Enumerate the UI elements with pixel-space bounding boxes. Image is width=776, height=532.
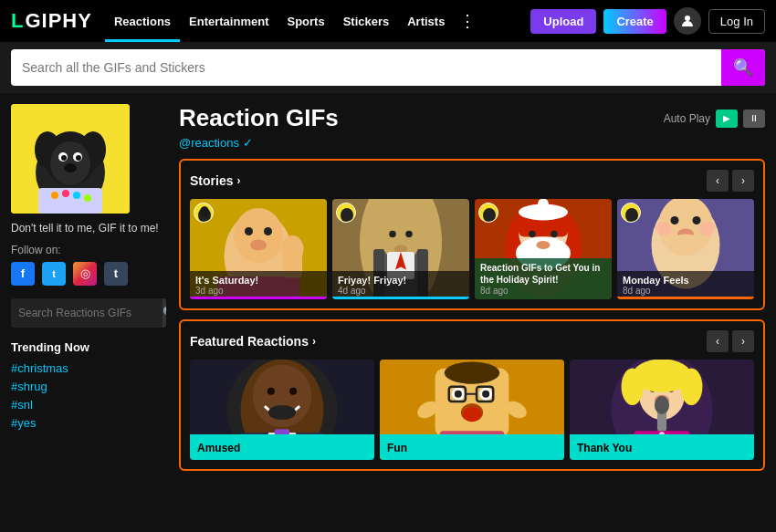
create-button[interactable]: Create	[603, 9, 666, 34]
more-dots[interactable]: ⋮	[454, 11, 481, 31]
featured-nav: ‹ ›	[707, 330, 754, 352]
nav-item-sports[interactable]: Sports	[278, 0, 333, 42]
svg-point-69	[289, 388, 297, 395]
featured-label-3: Thank You	[570, 434, 754, 460]
logo[interactable]: L GIPHY	[11, 9, 92, 33]
sidebar-search-input[interactable]	[11, 307, 163, 319]
content-header: Reaction GIFs Auto Play ▶ ⏸	[179, 104, 765, 132]
channel-avatar	[11, 104, 130, 214]
story-avatar-4	[621, 203, 641, 223]
svg-point-10	[76, 155, 81, 161]
svg-point-13	[51, 192, 58, 199]
svg-point-36	[389, 231, 396, 238]
svg-point-23	[245, 227, 253, 235]
logo-l: L	[11, 9, 23, 33]
story-avatar-1	[194, 203, 214, 223]
svg-point-16	[84, 194, 91, 202]
pause-button[interactable]: ⏸	[743, 110, 765, 128]
svg-point-42	[483, 208, 496, 223]
tag-christmas[interactable]: #christmas	[11, 361, 166, 375]
svg-point-24	[264, 227, 272, 235]
nav-item-artists[interactable]: Artists	[398, 0, 454, 42]
sidebar-search: 🔍	[11, 298, 166, 328]
stories-next[interactable]: ›	[732, 170, 754, 192]
tumblr-icon[interactable]: t	[104, 262, 128, 286]
story-card-3[interactable]: Reaction GIFs to Get You in the Holiday …	[475, 199, 612, 299]
search-bar: 🔍	[11, 49, 765, 86]
svg-point-52	[537, 241, 551, 249]
svg-point-97	[622, 369, 644, 405]
autoplay-label: Auto Play	[664, 112, 710, 125]
stories-grid: It's Saturday! 3d ago	[190, 199, 754, 299]
username[interactable]: @reactions	[179, 136, 239, 150]
sidebar: Don't tell it to me, GIF it to me! Follo…	[11, 104, 166, 471]
story-card-2[interactable]: Friyay! Friyay! 4d ago	[332, 199, 469, 299]
featured-card-1[interactable]: Amused	[190, 360, 374, 460]
follow-label: Follow on:	[11, 244, 166, 256]
story-title-1: It's Saturday!	[195, 275, 321, 286]
story-avatar-3	[478, 203, 498, 223]
featured-prev[interactable]: ‹	[707, 330, 729, 352]
featured-title[interactable]: Featured Reactions ›	[190, 334, 316, 349]
nav-item-entertainment[interactable]: Entertainment	[180, 0, 278, 42]
svg-point-54	[625, 208, 638, 223]
dog-image	[11, 104, 130, 214]
featured-title-3: Thank You	[577, 442, 632, 454]
featured-card-2[interactable]: Fun	[380, 360, 564, 460]
story-label-1: It's Saturday! 3d ago	[190, 271, 327, 299]
story-title-4: Monday Feels	[623, 275, 749, 286]
svg-rect-12	[38, 188, 102, 214]
tag-snl[interactable]: #snl	[11, 398, 166, 412]
content-area: Reaction GIFs Auto Play ▶ ⏸ @reactions ✓…	[179, 104, 765, 471]
featured-card-3[interactable]: Thank You	[570, 360, 754, 460]
story-label-3: Reaction GIFs to Get You in the Holiday …	[475, 258, 612, 299]
tag-shrug[interactable]: #shrug	[11, 380, 166, 393]
svg-point-85	[463, 407, 481, 422]
svg-point-63	[699, 222, 716, 235]
svg-point-25	[250, 240, 267, 251]
svg-point-0	[685, 16, 690, 21]
header: L GIPHY Reactions Entertainment Sports S…	[0, 0, 776, 42]
story-time-4: 8d ago	[623, 286, 749, 296]
search-bar-wrapper: 🔍	[0, 42, 776, 93]
story-avatar-2	[336, 203, 356, 223]
featured-label-2: Fun	[380, 434, 564, 460]
twitter-icon[interactable]: t	[42, 262, 66, 286]
trending-label: Trending Now	[11, 340, 166, 354]
featured-label-1: Amused	[190, 434, 374, 460]
sidebar-tagline: Don't tell it to me, GIF it to me!	[11, 221, 166, 236]
instagram-icon[interactable]: ◎	[73, 262, 97, 286]
upload-button[interactable]: Upload	[530, 9, 596, 34]
svg-point-70	[268, 405, 296, 420]
svg-point-51	[551, 231, 558, 238]
nav-item-stickers[interactable]: Stickers	[334, 0, 399, 42]
facebook-icon[interactable]: f	[11, 262, 35, 286]
featured-grid: Amused	[190, 360, 754, 460]
story-card-4[interactable]: Monday Feels 8d ago	[617, 199, 754, 299]
svg-point-22	[234, 208, 283, 263]
tag-yes[interactable]: #yes	[11, 416, 166, 430]
featured-header: Featured Reactions › ‹ ›	[190, 330, 754, 352]
trending-tags: #christmas #shrug #snl #yes	[11, 361, 166, 430]
featured-title-2: Fun	[387, 442, 407, 454]
username-row: @reactions ✓	[179, 136, 765, 150]
login-button[interactable]: Log In	[708, 9, 765, 34]
search-button[interactable]: 🔍	[721, 49, 765, 86]
person-icon	[680, 14, 695, 28]
stories-title[interactable]: Stories ›	[190, 173, 240, 188]
svg-point-9	[61, 155, 67, 161]
search-input[interactable]	[11, 49, 721, 86]
story-label-2: Friyay! Friyay! 4d ago	[332, 271, 469, 299]
play-button[interactable]: ▶	[716, 110, 738, 128]
user-icon[interactable]	[674, 7, 701, 35]
svg-point-37	[405, 231, 413, 238]
svg-point-86	[445, 361, 500, 383]
featured-next[interactable]: ›	[732, 330, 754, 352]
sidebar-search-button[interactable]: 🔍	[163, 298, 166, 328]
nav-item-reactions[interactable]: Reactions	[105, 0, 180, 42]
social-icons: f t ◎ t	[11, 262, 166, 286]
story-time-3: 8d ago	[480, 286, 606, 296]
stories-prev[interactable]: ‹	[707, 170, 729, 192]
story-card-1[interactable]: It's Saturday! 3d ago	[190, 199, 327, 299]
stories-header: Stories › ‹ ›	[190, 170, 754, 192]
